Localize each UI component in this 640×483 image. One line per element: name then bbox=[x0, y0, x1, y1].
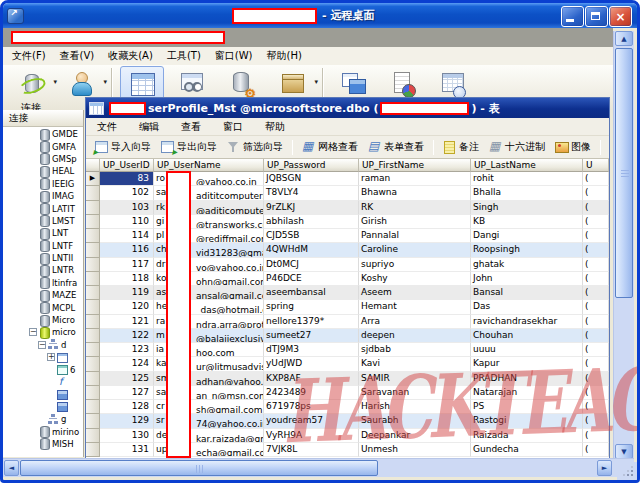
cell-lastname[interactable]: Rastogi bbox=[471, 414, 583, 428]
cell-firstname[interactable]: Caroline bbox=[359, 243, 471, 257]
filter-wizard-button[interactable]: 筛选向导 bbox=[224, 138, 286, 156]
cell-extra[interactable]: ( bbox=[583, 343, 609, 357]
tree-item-HEAL[interactable]: HEAL bbox=[3, 165, 83, 177]
cell-extra[interactable]: ( bbox=[583, 215, 609, 229]
menu-item-4[interactable]: 窗口(W) bbox=[208, 49, 260, 63]
minimize-button[interactable] bbox=[561, 6, 584, 27]
tree-item-MAZE[interactable]: MAZE bbox=[3, 289, 83, 301]
column-header-UP_FirstName[interactable]: UP_FirstName bbox=[359, 159, 471, 172]
cell-userid[interactable]: 116 bbox=[100, 243, 154, 257]
cell-extra[interactable]: ( bbox=[583, 172, 609, 186]
cell-lastname[interactable]: Bhalla bbox=[471, 186, 583, 200]
cell-lastname[interactable]: Singh bbox=[471, 201, 583, 215]
cell-password[interactable]: nellore1379* bbox=[264, 315, 359, 329]
row-header[interactable] bbox=[86, 201, 100, 215]
cell-extra[interactable]: ( bbox=[583, 414, 609, 428]
row-header[interactable] bbox=[86, 272, 100, 286]
image-button[interactable]: 图像 bbox=[552, 138, 594, 156]
row-header[interactable] bbox=[86, 443, 100, 457]
scroll-left-icon[interactable]: ◄ bbox=[4, 460, 19, 476]
row-header[interactable] bbox=[86, 329, 100, 343]
tree-item-g[interactable]: g bbox=[3, 413, 83, 425]
horizontal-scroll-thumb[interactable] bbox=[20, 460, 378, 476]
row-header[interactable] bbox=[86, 286, 100, 300]
tree-item-node-21[interactable] bbox=[3, 388, 83, 400]
cell-lastname[interactable]: Dangi bbox=[471, 229, 583, 243]
cell-extra[interactable]: ( bbox=[583, 386, 609, 400]
tree-item-IMAG[interactable]: IMAG bbox=[3, 190, 83, 202]
grid-corner-cell[interactable] bbox=[86, 159, 100, 172]
child-menu-item-3[interactable]: 窗口 bbox=[212, 120, 254, 134]
cell-password[interactable]: yUdJWD bbox=[264, 357, 359, 371]
cell-lastname[interactable]: Roopsingh bbox=[471, 243, 583, 257]
child-menu-item-0[interactable]: 文件 bbox=[86, 120, 128, 134]
cell-userid[interactable]: 130 bbox=[100, 429, 154, 443]
cell-password[interactable]: sumeet27 bbox=[264, 329, 359, 343]
window-titlebar[interactable]: - 远程桌面 × bbox=[3, 3, 637, 28]
sort-asc-button[interactable]: Az升序排序 bbox=[607, 138, 610, 156]
expand-box-icon[interactable]: + bbox=[47, 353, 55, 361]
column-header-UP_LastName[interactable]: UP_LastName bbox=[471, 159, 583, 172]
dropdown-arrow-icon[interactable]: ▾ bbox=[103, 78, 107, 86]
tree-item-GMSp[interactable]: GMSp bbox=[3, 153, 83, 165]
horizontal-scrollbar[interactable]: ◄ ► bbox=[3, 458, 634, 477]
menu-item-3[interactable]: 工具(T) bbox=[160, 49, 208, 63]
child-menu-item-1[interactable]: 编辑 bbox=[128, 120, 170, 134]
column-header-U[interactable]: U bbox=[583, 159, 609, 172]
row-header[interactable] bbox=[86, 429, 100, 443]
dropdown-arrow-icon[interactable]: ▾ bbox=[53, 78, 57, 86]
hex-button[interactable]: 十六进制 bbox=[486, 138, 548, 156]
cell-lastname[interactable]: PRADHAN bbox=[471, 372, 583, 386]
tree-item-LNTF[interactable]: LNTF bbox=[3, 240, 83, 252]
row-header[interactable] bbox=[86, 372, 100, 386]
cell-lastname[interactable]: Kapur bbox=[471, 357, 583, 371]
cell-lastname[interactable]: ghatak bbox=[471, 258, 583, 272]
child-menu-item-2[interactable]: 查看 bbox=[170, 120, 212, 134]
memo-button[interactable]: 备注 bbox=[440, 138, 482, 156]
tree-item-Micro[interactable]: Micro bbox=[3, 314, 83, 326]
tree-item-ltinfra[interactable]: ltinfra bbox=[3, 277, 83, 289]
cell-firstname[interactable]: SAMIR bbox=[359, 372, 471, 386]
cell-password[interactable]: CJD5SB bbox=[264, 229, 359, 243]
collapse-box-icon[interactable]: − bbox=[38, 341, 46, 349]
cell-userid[interactable]: 125 bbox=[100, 372, 154, 386]
cell-firstname[interactable]: sjdbab bbox=[359, 343, 471, 357]
tree-item-MISH[interactable]: MISH bbox=[3, 438, 83, 450]
cell-password[interactable]: 2423489 bbox=[264, 386, 359, 400]
cell-firstname[interactable]: Hemant bbox=[359, 300, 471, 314]
cell-password[interactable]: abhilash bbox=[264, 215, 359, 229]
maximize-button[interactable] bbox=[585, 6, 608, 27]
resize-grip[interactable] bbox=[617, 462, 637, 480]
cell-firstname[interactable]: Unmesh bbox=[359, 443, 471, 457]
tree-item-node-22[interactable] bbox=[3, 401, 83, 413]
menu-item-2[interactable]: 收藏夹(A) bbox=[101, 49, 160, 63]
menu-item-5[interactable]: 帮助(H) bbox=[260, 49, 309, 63]
menu-item-1[interactable]: 查看(V) bbox=[53, 49, 102, 63]
cell-password[interactable]: spring bbox=[264, 300, 359, 314]
row-header[interactable] bbox=[86, 414, 100, 428]
cell-userid[interactable]: 103 bbox=[100, 201, 154, 215]
row-header[interactable] bbox=[86, 258, 100, 272]
cell-password[interactable]: VyRH9A bbox=[264, 429, 359, 443]
grid-view-button[interactable]: 网格查看 bbox=[299, 138, 361, 156]
column-header-UP_UserID[interactable]: UP_UserID bbox=[100, 159, 154, 172]
tree-item-LNT[interactable]: LNT bbox=[3, 227, 83, 239]
cell-firstname[interactable]: Saurabh bbox=[359, 414, 471, 428]
tree-item-LATIT[interactable]: LATIT bbox=[3, 202, 83, 214]
cell-firstname[interactable]: raman bbox=[359, 172, 471, 186]
row-header[interactable] bbox=[86, 343, 100, 357]
tree-item-LMST[interactable]: LMST bbox=[3, 215, 83, 227]
scroll-down-icon[interactable]: ▼ bbox=[615, 444, 633, 459]
cell-userid[interactable]: 114 bbox=[100, 229, 154, 243]
row-header[interactable] bbox=[86, 315, 100, 329]
cell-userid[interactable]: 129 bbox=[100, 414, 154, 428]
row-header[interactable] bbox=[86, 300, 100, 314]
tree-item-LNTII[interactable]: LNTII bbox=[3, 252, 83, 264]
cell-password[interactable]: Dt0MCJ bbox=[264, 258, 359, 272]
cell-lastname[interactable]: Bansal bbox=[471, 286, 583, 300]
row-header[interactable] bbox=[86, 243, 100, 257]
cell-extra[interactable]: ( bbox=[583, 186, 609, 200]
cell-lastname[interactable]: Das bbox=[471, 300, 583, 314]
cell-extra[interactable]: ( bbox=[583, 443, 609, 457]
cell-lastname[interactable]: KB bbox=[471, 215, 583, 229]
